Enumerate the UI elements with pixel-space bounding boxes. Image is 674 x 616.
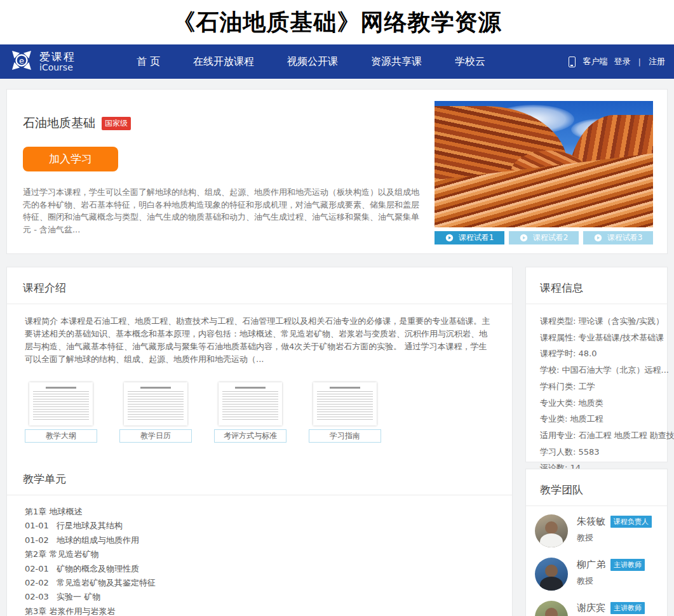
- site-title-bar: 《石油地质基础》网络教学资源: [0, 0, 674, 44]
- units-section-header: 教学单元: [7, 457, 512, 495]
- course-info-card: 课程信息 课程类型: 理论课（含实验/实践） 课程属性: 专业基础课/技术基础课…: [525, 267, 668, 462]
- logo-text-en: iCourse: [39, 63, 76, 72]
- teacher-title: 教授: [577, 575, 645, 587]
- info-item-learner-count: 学习人数: 5583: [540, 444, 661, 460]
- course-title: 石油地质基础: [23, 115, 95, 131]
- preview-button-3[interactable]: 课程试看3: [583, 231, 653, 244]
- svg-text:e: e: [19, 56, 24, 65]
- unit-lesson[interactable]: 01-02地球的组成与地质作用: [25, 533, 512, 547]
- teacher-role-badge: 课程负责人: [610, 516, 652, 528]
- teacher-role-badge: 主讲教师: [610, 602, 645, 614]
- client-link[interactable]: 客户端: [583, 56, 608, 67]
- info-item-type: 课程类型: 理论课（含实验/实践）: [540, 313, 661, 330]
- info-item-attribute: 课程属性: 专业基础课/技术基础课: [540, 330, 661, 346]
- doc-thumbnail-syllabus[interactable]: [29, 382, 93, 425]
- nav-item-video-courses[interactable]: 视频公开课: [287, 55, 338, 69]
- teacher-name: 柳广弟: [577, 559, 605, 571]
- register-link[interactable]: 注册: [649, 56, 665, 67]
- course-info-list: 课程类型: 理论课（含实验/实践） 课程属性: 专业基础课/技术基础课 课程学时…: [526, 304, 667, 476]
- team-member[interactable]: 柳广弟 主讲教师 教授: [535, 555, 667, 598]
- national-level-badge: 国家级: [102, 117, 131, 130]
- teacher-name: 朱筱敏: [577, 516, 605, 528]
- nav-right: 客户端 登录 | 注册: [569, 56, 665, 67]
- doc-thumbnail-guide[interactable]: [313, 382, 377, 425]
- nav-item-open-courses[interactable]: 在线开放课程: [193, 55, 254, 69]
- login-register-divider: |: [638, 57, 641, 67]
- icourse-logo[interactable]: e 爱课程 iCourse: [9, 48, 76, 76]
- preview-button-1[interactable]: 课程试看1: [435, 231, 504, 244]
- unit-lesson[interactable]: 02-01矿物的概念及物理性质: [25, 562, 512, 576]
- login-link[interactable]: 登录: [614, 56, 631, 67]
- doc-thumbnail-assessment[interactable]: [219, 382, 282, 425]
- info-item-major-category: 专业大类: 地质类: [540, 395, 661, 412]
- course-hero-card: 石油地质基础 国家级 加入学习 通过学习本课程，学生可以全面了解地球的结构、组成…: [6, 89, 668, 254]
- team-member[interactable]: 朱筱敏 课程负责人 教授: [535, 512, 667, 555]
- teacher-avatar: [535, 514, 568, 547]
- doc-thumbnail-calendar[interactable]: [124, 382, 187, 425]
- teacher-name: 谢庆宾: [577, 602, 605, 614]
- logo-text-cn: 爱课程: [39, 51, 76, 63]
- team-list: 朱筱敏 课程负责人 教授 柳广弟 主讲教师 教授: [526, 506, 667, 616]
- play-icon: [445, 234, 454, 242]
- nav-item-school-cloud[interactable]: 学校云: [455, 55, 485, 69]
- navbar: e 爱课程 iCourse 首 页 在线开放课程 视频公开课 资源共享课 学校云: [0, 44, 674, 79]
- nav-menu: 首 页 在线开放课程 视频公开课 资源共享课 学校云: [137, 55, 485, 69]
- phone-icon: [569, 57, 576, 67]
- nav-item-shared-courses[interactable]: 资源共享课: [371, 55, 422, 69]
- nav-item-home[interactable]: 首 页: [137, 55, 160, 69]
- course-description: 通过学习本课程，学生可以全面了解地球的结构、组成、起源、地质作用和地壳运动（板块…: [23, 186, 422, 236]
- info-section-header: 课程信息: [526, 267, 667, 304]
- unit-lesson[interactable]: 01-01行星地球及其结构: [25, 519, 512, 533]
- join-course-button[interactable]: 加入学习: [23, 147, 118, 171]
- play-icon: [594, 234, 602, 242]
- icourse-pinwheel-icon: e: [9, 48, 34, 76]
- unit-chapter[interactable]: 第3章 岩浆作用与岩浆岩: [25, 605, 512, 616]
- units-list: 第1章 地球概述 01-01行星地球及其结构 01-02地球的组成与地质作用 第…: [7, 495, 512, 616]
- intro-text: 课程简介 本课程是石油工程、地质工程、勘查技术与工程、石油管理工程以及相关石油专…: [25, 315, 493, 366]
- course-previews: 课程试看1 课程试看2 课程试看3: [435, 231, 653, 244]
- teacher-role-badge: 主讲教师: [610, 559, 645, 571]
- info-item-school: 学校: 中国石油大学（北京）远程...: [540, 362, 661, 378]
- teaching-team-card: 教学团队 朱筱敏 课程负责人 教授 柳广弟 主讲教师: [525, 469, 668, 616]
- unit-lesson[interactable]: 02-02常见造岩矿物及其鉴定特征: [25, 576, 512, 590]
- team-section-header: 教学团队: [526, 469, 667, 506]
- unit-chapter[interactable]: 第1章 地球概述: [25, 505, 512, 519]
- doc-button-guide[interactable]: 学习指南: [309, 429, 381, 443]
- doc-button-calendar[interactable]: 教学日历: [119, 429, 192, 443]
- course-cover-image[interactable]: [435, 101, 653, 227]
- page: 《石油地质基础》网络教学资源 e 爱课程 iCourse: [0, 0, 674, 616]
- info-item-hours: 课程学时: 48.0: [540, 345, 661, 362]
- teacher-avatar: [535, 558, 568, 591]
- page-title: 《石油地质基础》网络教学资源: [173, 7, 502, 38]
- teacher-title: 教授: [577, 532, 652, 544]
- info-item-major-class: 专业类: 地质工程: [540, 411, 661, 427]
- unit-lesson[interactable]: 02-03实验一 矿物: [25, 590, 512, 604]
- preview-button-2[interactable]: 课程试看2: [509, 231, 579, 244]
- play-icon: [520, 234, 528, 242]
- doc-button-syllabus[interactable]: 教学大纲: [25, 429, 97, 443]
- intro-section-header: 课程介绍: [7, 267, 512, 304]
- team-member[interactable]: 谢庆宾 主讲教师 副教授: [535, 598, 667, 616]
- unit-chapter[interactable]: 第2章 常见造岩矿物: [25, 547, 512, 561]
- doc-button-assessment[interactable]: 考评方式与标准: [214, 429, 286, 443]
- teacher-avatar: [535, 601, 568, 616]
- info-item-applicable-majors: 适用专业: 石油工程 地质工程 勘查技...: [540, 427, 661, 444]
- course-intro-card: 课程介绍 课程简介 本课程是石油工程、地质工程、勘查技术与工程、石油管理工程以及…: [6, 267, 513, 616]
- course-docs-row: 教学大纲 教学日历 考评方式与标准 学习指南: [7, 366, 512, 443]
- info-item-discipline: 学科门类: 工学: [540, 378, 661, 395]
